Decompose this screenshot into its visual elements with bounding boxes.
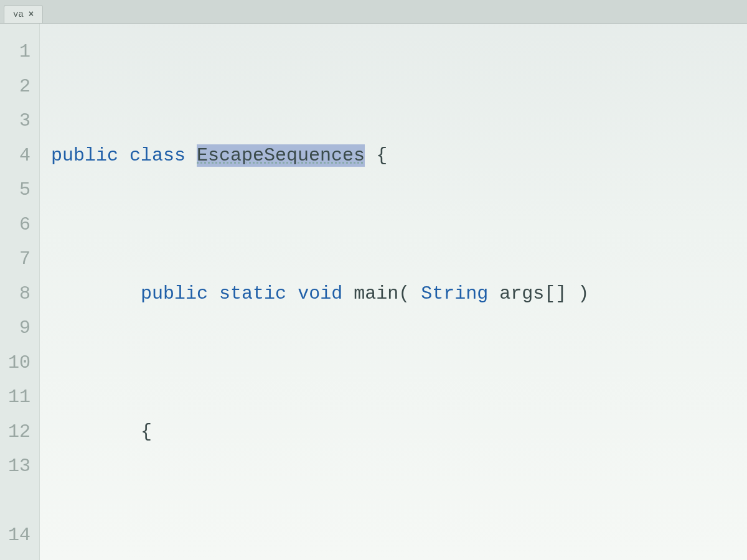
code-line: {	[51, 415, 747, 450]
line-number: 9	[0, 311, 31, 346]
keyword: void	[298, 283, 342, 304]
param: args[]	[499, 283, 566, 304]
line-number: 2	[0, 70, 31, 105]
line-number: 16	[0, 553, 31, 561]
tab-bar: va ×	[0, 0, 747, 24]
line-number: 6	[0, 208, 31, 243]
close-icon[interactable]: ×	[29, 9, 34, 19]
type: String	[421, 283, 488, 304]
paren: (	[398, 283, 410, 304]
line-number: 12	[0, 415, 31, 450]
code-area[interactable]: public class EscapeSequences { public st…	[40, 24, 747, 560]
class-name: EscapeSequences	[197, 145, 365, 166]
file-tab[interactable]: va ×	[4, 5, 43, 23]
line-number: 14	[0, 518, 31, 553]
keyword: public	[51, 145, 118, 166]
brace: {	[141, 421, 152, 442]
line-number: 4	[0, 139, 31, 174]
keyword: static	[219, 283, 286, 304]
line-number: 3	[0, 104, 31, 139]
line-number: 8	[0, 277, 31, 312]
line-number: 11	[0, 380, 31, 415]
line-number: 1	[0, 35, 31, 70]
line-number: 13	[0, 449, 31, 484]
method-name: main	[354, 283, 398, 304]
tab-label: va	[13, 9, 24, 19]
line-number: 10	[0, 346, 31, 381]
line-number	[0, 484, 31, 519]
code-editor[interactable]: 1 2 3 4 5 6 7 8 9 10 11 12 13 14 16 publ…	[0, 24, 747, 560]
keyword: class	[129, 145, 186, 166]
line-number: 7	[0, 242, 31, 277]
brace: {	[376, 145, 387, 166]
code-line: public class EscapeSequences {	[51, 139, 747, 174]
line-number-gutter: 1 2 3 4 5 6 7 8 9 10 11 12 13 14 16	[0, 24, 40, 560]
code-line: // Add a tab between Edpresso and shot	[51, 553, 747, 561]
line-number: 5	[0, 173, 31, 208]
keyword: public	[141, 283, 208, 304]
code-line: public static void main( String args[] )	[51, 277, 747, 312]
paren: )	[578, 283, 589, 304]
